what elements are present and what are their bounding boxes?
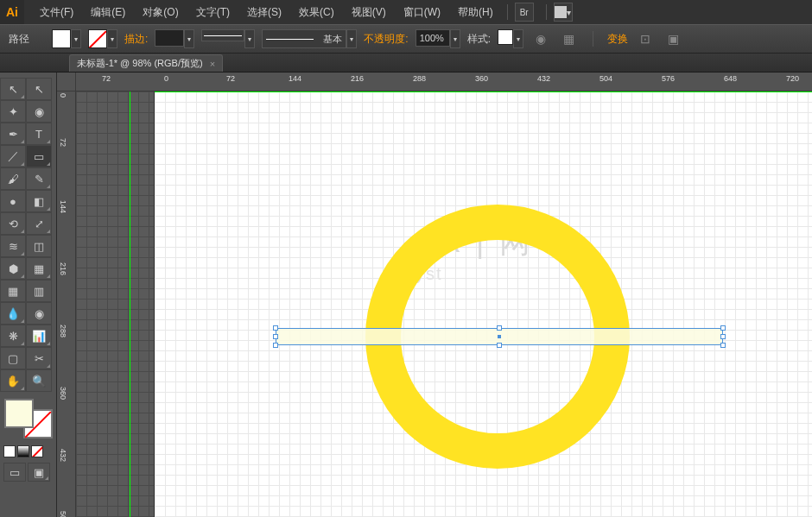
canvas[interactable]: X | 网 syst [76, 91, 812, 517]
menu-type[interactable]: 文字(T) [189, 3, 237, 22]
graphic-style-dropdown[interactable]: ▾ [513, 29, 523, 48]
stroke-profile[interactable] [201, 29, 244, 41]
tool-symbol-sprayer[interactable]: ❋ [0, 325, 26, 347]
selection-handle-e[interactable] [720, 334, 726, 339]
opacity-dropdown[interactable]: ▾ [450, 29, 460, 48]
control-bar: 路径 ▾ ▾ 描边: ▾ ▾ 基本 ▾ 不透明度: 100% ▾ 样式: ▾ ◉… [0, 24, 812, 54]
tool-hand[interactable]: ✋ [0, 369, 26, 392]
fill-swatch[interactable] [52, 29, 71, 48]
menu-edit[interactable]: 编辑(E) [84, 3, 132, 22]
menu-view[interactable]: 视图(V) [345, 3, 393, 22]
menu-select[interactable]: 选择(S) [240, 3, 289, 22]
canvas-container: 72 0 72 144 216 288 360 432 504 576 648 … [57, 73, 812, 517]
tool-blend[interactable]: ◉ [26, 302, 52, 325]
tool-direct-selection[interactable]: ↖ [26, 78, 52, 100]
separator [546, 4, 547, 20]
document-tab[interactable]: 未标题-1* @ 98% (RGB/预览) × [69, 54, 223, 72]
tool-artboard[interactable]: ▢ [0, 347, 26, 369]
guide-horizontal[interactable] [155, 91, 812, 92]
tool-blob-brush[interactable]: ● [0, 190, 26, 212]
isolate-icon[interactable]: ⊡ [635, 28, 656, 49]
menu-bar: 文件(F) 编辑(E) 对象(O) 文字(T) 选择(S) 效果(C) 视图(V… [33, 3, 500, 22]
separator [507, 4, 508, 20]
stroke-weight-dropdown[interactable]: ▾ [184, 29, 194, 48]
ruler-vertical[interactable]: 0 72 144 216 288 360 432 504 [57, 91, 76, 517]
tool-pen[interactable]: ✒ [0, 123, 26, 145]
ruler-horizontal[interactable]: 72 0 72 144 216 288 360 432 504 576 648 … [76, 73, 812, 91]
opacity-label[interactable]: 不透明度: [364, 32, 408, 47]
selection-handle-w[interactable] [273, 334, 278, 339]
graphic-style-swatch[interactable] [498, 29, 513, 45]
title-bar: Ai 文件(F) 编辑(E) 对象(O) 文字(T) 选择(S) 效果(C) 视… [0, 0, 812, 24]
transform-label[interactable]: 变换 [607, 32, 628, 47]
tool-magic-wand[interactable]: ✦ [0, 100, 26, 123]
artboard: X | 网 syst [154, 91, 812, 517]
menu-object[interactable]: 对象(O) [136, 3, 185, 22]
tool-eyedropper[interactable]: 💧 [0, 302, 26, 325]
stroke-profile-dropdown[interactable]: ▾ [244, 29, 255, 48]
bridge-button[interactable]: Br [515, 3, 534, 22]
guide-vertical[interactable] [130, 91, 130, 517]
brush-preset[interactable]: 基本 [262, 29, 346, 48]
separator [593, 31, 593, 47]
selection-handle-s[interactable] [497, 343, 502, 348]
close-tab-icon[interactable]: × [210, 59, 215, 69]
tool-type[interactable]: T [26, 123, 52, 145]
color-mode-none[interactable] [31, 445, 43, 457]
stroke-label[interactable]: 描边: [124, 32, 148, 47]
tool-zoom[interactable]: 🔍 [26, 369, 52, 392]
menu-file[interactable]: 文件(F) [33, 3, 80, 22]
selection-center [498, 335, 501, 338]
document-tab-title: 未标题-1* @ 98% (RGB/预览) [77, 57, 203, 70]
tool-slice[interactable]: ✂ [26, 347, 52, 369]
selection-handle-sw[interactable] [273, 343, 278, 348]
recolor-icon[interactable]: ◉ [530, 28, 551, 49]
tool-shape-builder[interactable]: ⬢ [0, 257, 26, 280]
arrange-docs-button[interactable]: ▾ [554, 3, 573, 22]
tool-pencil[interactable]: ✎ [26, 167, 52, 190]
tool-paintbrush[interactable]: 🖌 [0, 167, 26, 190]
ruler-origin[interactable] [57, 73, 76, 91]
brush-preset-dropdown[interactable]: ▾ [346, 29, 357, 48]
toolbox: ↖↖ ✦◉ ✒T ／▭ 🖌✎ ●◧ ⟲⤢ ≋◫ ⬢▦ ▦▥ 💧◉ ❋📊 ▢✂ ✋… [0, 73, 57, 517]
align-icon[interactable]: ▦ [558, 28, 579, 49]
tool-scale[interactable]: ⤢ [26, 212, 52, 235]
tool-width[interactable]: ≋ [0, 235, 26, 257]
opacity-input[interactable]: 100% [416, 29, 450, 47]
app-logo-icon: Ai [0, 0, 24, 24]
fill-swatch-large[interactable] [4, 399, 34, 428]
menu-effect[interactable]: 效果(C) [292, 3, 341, 22]
style-label: 样式: [467, 32, 491, 47]
tool-rectangle[interactable]: ▭ [26, 145, 52, 167]
color-mode-gradient[interactable] [17, 445, 29, 457]
tool-graph[interactable]: 📊 [26, 325, 52, 347]
selection-handle-se[interactable] [720, 343, 726, 348]
menu-window[interactable]: 窗口(W) [396, 3, 447, 22]
screen-mode-normal[interactable]: ▭ [3, 463, 26, 482]
tool-perspective[interactable]: ▦ [26, 257, 52, 280]
tool-rotate[interactable]: ⟲ [0, 212, 26, 235]
stroke-swatch[interactable] [88, 29, 107, 48]
tool-mesh[interactable]: ▦ [0, 280, 26, 302]
tool-gradient[interactable]: ▥ [26, 280, 52, 302]
tool-line[interactable]: ／ [0, 145, 26, 167]
tool-eraser[interactable]: ◧ [26, 190, 52, 212]
edit-icon[interactable]: ▣ [663, 28, 683, 49]
color-mode-solid[interactable] [3, 445, 16, 457]
tool-free-transform[interactable]: ◫ [26, 235, 52, 257]
selection-handle-n[interactable] [497, 325, 502, 331]
stroke-dropdown[interactable]: ▾ [107, 29, 117, 48]
document-tabstrip: 未标题-1* @ 98% (RGB/预览) × [0, 54, 812, 73]
selection-handle-ne[interactable] [720, 325, 726, 331]
selection-handle-nw[interactable] [273, 325, 278, 331]
selection-type-label: 路径 [9, 32, 29, 47]
selected-rectangle[interactable] [276, 328, 723, 345]
fill-stroke-control[interactable] [3, 397, 54, 440]
workspace: ↖↖ ✦◉ ✒T ／▭ 🖌✎ ●◧ ⟲⤢ ≋◫ ⬢▦ ▦▥ 💧◉ ❋📊 ▢✂ ✋… [0, 73, 812, 517]
menu-help[interactable]: 帮助(H) [451, 3, 500, 22]
fill-dropdown[interactable]: ▾ [71, 29, 81, 48]
screen-mode-change[interactable]: ▣ [28, 463, 50, 482]
tool-selection[interactable]: ↖ [0, 78, 26, 100]
tool-lasso[interactable]: ◉ [26, 100, 52, 123]
stroke-weight-input[interactable] [155, 29, 184, 47]
